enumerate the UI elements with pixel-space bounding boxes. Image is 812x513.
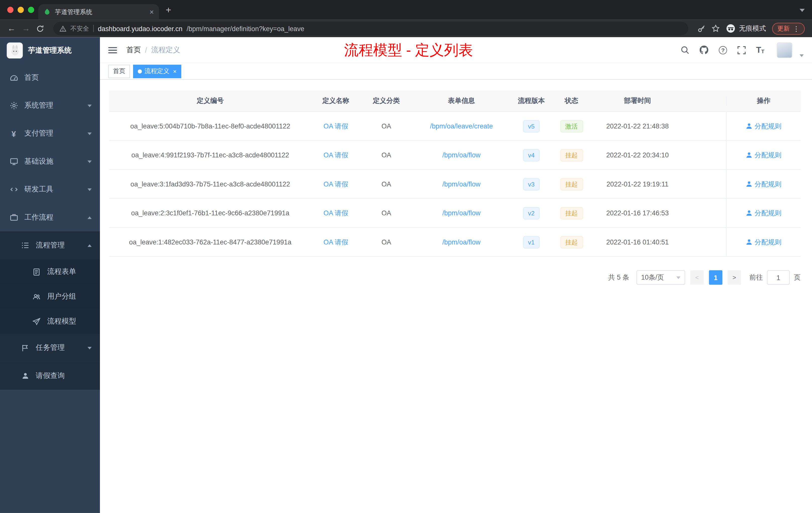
browser-address-bar: ← → 不安全 dashboard.yudao.iocoder.cn /bpm/… [0, 20, 812, 37]
avatar[interactable] [777, 42, 792, 58]
browser-menu-icon[interactable]: ⋮ [793, 25, 800, 32]
font-size-icon[interactable]: TT [756, 46, 764, 54]
sidebar-item-home[interactable]: 首页 [0, 64, 100, 92]
monitor-icon [9, 157, 18, 165]
tag-process-definition[interactable]: 流程定义 × [133, 64, 181, 78]
sidebar-logo[interactable]: 芋道管理系统 [0, 37, 100, 64]
definition-category: OA [360, 170, 412, 198]
close-window-button[interactable] [7, 7, 13, 13]
url-omnibox[interactable]: 不安全 dashboard.yudao.iocoder.cn /bpm/mana… [53, 22, 688, 35]
definition-name-link[interactable]: OA 请假 [323, 150, 348, 160]
definition-category: OA [360, 112, 412, 140]
help-icon[interactable]: ? [719, 46, 727, 54]
tag-label: 首页 [113, 67, 125, 76]
row-spacer [684, 199, 726, 227]
sidebar-item-user-group[interactable]: 用户分组 [0, 284, 100, 309]
forward-icon[interactable]: → [22, 24, 30, 33]
breadcrumb-home[interactable]: 首页 [126, 45, 141, 55]
browser-update-button[interactable]: 更新 ⋮ [772, 23, 805, 34]
page-size-select[interactable]: 10条/页 [637, 270, 685, 285]
deploy-time: 2022-01-16 01:40:51 [591, 228, 684, 256]
search-icon[interactable] [680, 46, 689, 55]
fullscreen-icon[interactable] [737, 46, 746, 54]
assign-rule-button[interactable]: 分配规则 [746, 208, 781, 218]
document-icon [32, 268, 41, 276]
version-tag: v5 [523, 120, 540, 132]
sidebar-item-label: 首页 [24, 73, 39, 82]
sidebar-item-label: 研发工具 [24, 185, 54, 194]
definition-name-link[interactable]: OA 请假 [323, 208, 348, 218]
table-header-row: 定义编号 定义名称 定义分类 表单信息 流程版本 状态 部署时间 操作 [109, 91, 801, 112]
sidebar-item-label: 请假查询 [36, 371, 65, 381]
github-icon[interactable] [700, 46, 708, 55]
bookmark-star-icon[interactable] [712, 24, 720, 33]
form-link[interactable]: /bpm/oa/leave/create [430, 122, 493, 130]
next-page-button[interactable]: > [728, 270, 741, 285]
deploy-time: 2022-01-22 20:34:10 [591, 141, 684, 169]
gear-icon [9, 101, 18, 110]
definition-name-link[interactable]: OA 请假 [323, 179, 348, 189]
definition-name-link[interactable]: OA 请假 [323, 237, 348, 247]
table-row: oa_leave:1:482ec033-762a-11ec-8477-a2380… [109, 228, 801, 257]
tab-close-icon[interactable]: × [150, 8, 154, 16]
sidebar-item-payment[interactable]: ¥ 支付管理 [0, 119, 100, 147]
sidebar-item-label: 基础设施 [24, 157, 54, 166]
sidebar-item-task-management[interactable]: 任务管理 [0, 334, 100, 362]
row-spacer [684, 228, 726, 256]
warning-icon [59, 25, 66, 32]
assign-rule-button[interactable]: 分配规则 [746, 179, 781, 189]
app: 芋道管理系统 首页 系统管理 ¥ 支付管理 [0, 37, 812, 513]
assign-rule-button[interactable]: 分配规则 [746, 150, 781, 160]
tab-search-icon[interactable] [800, 9, 805, 12]
prev-page-button[interactable]: < [690, 270, 704, 285]
collapse-sidebar-icon[interactable] [108, 47, 117, 53]
sidebar-item-infrastructure[interactable]: 基础设施 [0, 148, 100, 175]
tag-home[interactable]: 首页 [108, 64, 130, 78]
sidebar-item-process-model[interactable]: 流程模型 [0, 309, 100, 334]
tag-close-icon[interactable]: × [173, 68, 176, 74]
table-row: oa_leave:4:991f2193-7b7f-11ec-a3c8-acde4… [109, 141, 801, 170]
sidebar-item-devtools[interactable]: 研发工具 [0, 175, 100, 203]
code-icon [9, 185, 18, 193]
back-icon[interactable]: ← [7, 24, 16, 33]
form-link[interactable]: /bpm/oa/flow [442, 180, 481, 188]
update-label: 更新 [777, 24, 790, 33]
definition-id: oa_leave:5:004b710b-7b8a-11ec-8ef0-acde4… [109, 112, 311, 140]
row-spacer [684, 112, 726, 140]
status-badge: 挂起 [560, 178, 583, 190]
current-page-button[interactable]: 1 [709, 270, 723, 285]
minimize-window-button[interactable] [18, 7, 24, 13]
tab-title: 芋道管理系统 [55, 7, 146, 16]
maximize-window-button[interactable] [28, 7, 34, 13]
version-tag: v4 [523, 149, 540, 161]
assign-rule-button[interactable]: 分配规则 [746, 121, 781, 131]
dashboard-icon [9, 73, 18, 82]
column-header: 表单信息 [412, 96, 511, 105]
browser-tab[interactable]: 芋道管理系统 × [38, 4, 159, 20]
sidebar-item-label: 用户分组 [47, 292, 76, 301]
sidebar-item-label: 工作流程 [24, 213, 54, 222]
sidebar-item-system[interactable]: 系统管理 [0, 92, 100, 119]
form-link[interactable]: /bpm/oa/flow [442, 209, 481, 217]
url-domain: dashboard.yudao.iocoder.cn [98, 25, 182, 32]
sidebar-item-process-management[interactable]: 流程管理 [0, 232, 100, 259]
sidebar-item-process-form[interactable]: 流程表单 [0, 259, 100, 284]
reload-icon[interactable] [36, 25, 44, 32]
status-badge: 挂起 [560, 236, 583, 248]
sidebar-item-workflow[interactable]: 工作流程 [0, 204, 100, 232]
definition-id: oa_leave:3:1fad3d93-7b75-11ec-a3c8-acde4… [109, 170, 311, 198]
sidebar-item-label: 任务管理 [36, 343, 65, 352]
url-path: /bpm/manager/definition?key=oa_leave [186, 25, 304, 32]
key-icon[interactable] [697, 25, 705, 32]
form-link[interactable]: /bpm/oa/flow [442, 238, 481, 246]
page-goto-input[interactable] [767, 270, 790, 285]
flag-icon [21, 344, 30, 352]
definition-name-link[interactable]: OA 请假 [323, 121, 348, 131]
sidebar-item-leave-query[interactable]: 请假查询 [0, 362, 100, 390]
new-tab-button[interactable]: + [166, 5, 171, 16]
status-badge: 激活 [560, 120, 583, 132]
definition-category: OA [360, 141, 412, 169]
form-link[interactable]: /bpm/oa/flow [442, 151, 481, 159]
assign-rule-button[interactable]: 分配规则 [746, 237, 781, 247]
caret-down-icon[interactable] [800, 54, 804, 57]
